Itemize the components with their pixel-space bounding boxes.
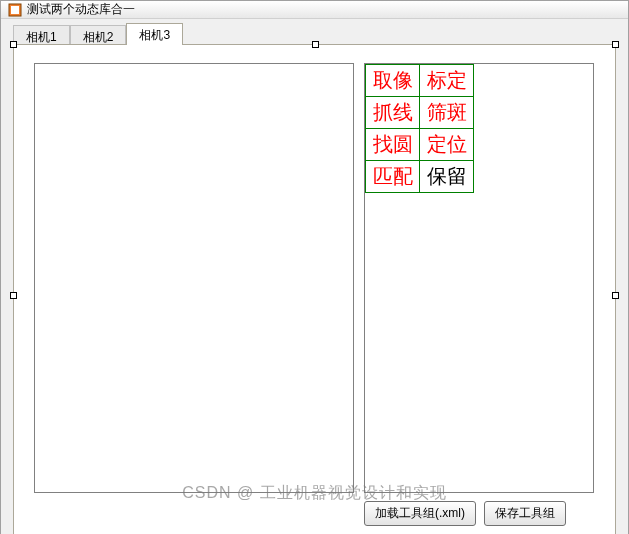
svg-rect-1 [11,6,19,14]
tab-page: 取像 标定 抓线 筛斑 找圆 定位 匹配 保留 [13,44,616,534]
tool-locate[interactable]: 定位 [420,129,474,161]
window-title: 测试两个动态库合一 [27,1,135,18]
button-row: 加载工具组(.xml) 保存工具组 [364,501,566,526]
tool-capture[interactable]: 取像 [366,65,420,97]
left-image-panel[interactable] [34,63,354,493]
resize-handle-w[interactable] [10,292,17,299]
right-tool-panel[interactable]: 取像 标定 抓线 筛斑 找圆 定位 匹配 保留 [364,63,594,493]
app-icon [7,2,23,18]
tool-calibrate[interactable]: 标定 [420,65,474,97]
tab-strip: 相机1 相机2 相机3 [13,23,624,45]
client-area: 相机1 相机2 相机3 取像 标定 抓线 筛斑 [1,19,628,534]
resize-handle-ne[interactable] [612,41,619,48]
save-toolgroup-button[interactable]: 保存工具组 [484,501,566,526]
tool-reserved[interactable]: 保留 [420,161,474,193]
tab-camera-1[interactable]: 相机1 [13,25,70,45]
main-window: 测试两个动态库合一 相机1 相机2 相机3 取像 标定 [0,0,629,534]
load-toolgroup-button[interactable]: 加载工具组(.xml) [364,501,476,526]
resize-handle-nw[interactable] [10,41,17,48]
tool-find-circle[interactable]: 找圆 [366,129,420,161]
tab-camera-3[interactable]: 相机3 [126,23,183,45]
tab-camera-2[interactable]: 相机2 [70,25,127,45]
titlebar[interactable]: 测试两个动态库合一 [1,1,628,19]
tool-match[interactable]: 匹配 [366,161,420,193]
resize-handle-e[interactable] [612,292,619,299]
tool-grid: 取像 标定 抓线 筛斑 找圆 定位 匹配 保留 [365,64,474,193]
tool-filter-spot[interactable]: 筛斑 [420,97,474,129]
tool-grab-line[interactable]: 抓线 [366,97,420,129]
resize-handle-n[interactable] [312,41,319,48]
